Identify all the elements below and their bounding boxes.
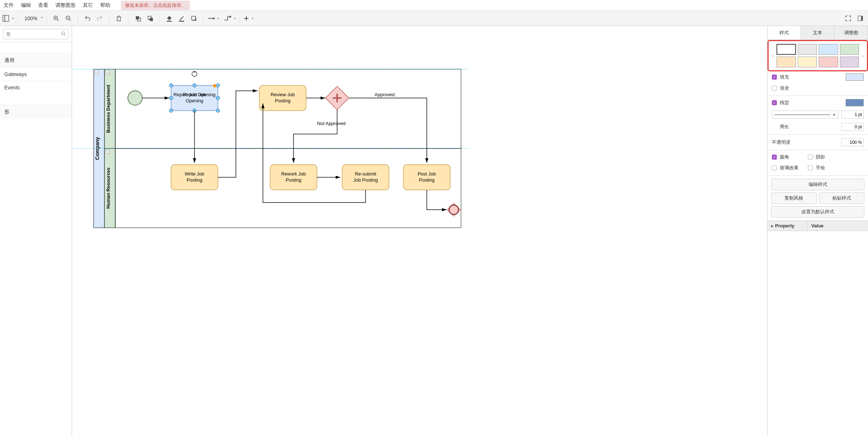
- zoom-in-button[interactable]: [50, 13, 62, 24]
- opacity-label: 不透明度: [772, 139, 838, 146]
- redo-button[interactable]: [94, 13, 106, 24]
- menu-extras[interactable]: 其它: [83, 2, 93, 9]
- svg-rect-9: [117, 17, 120, 21]
- svg-point-24: [62, 32, 64, 35]
- task-resubmit-job-posting[interactable]: Re-submit Job Posting: [342, 165, 389, 190]
- format-panel-button[interactable]: [855, 13, 866, 24]
- rotate-handle-icon[interactable]: [192, 71, 197, 76]
- perimeter-input[interactable]: [841, 123, 864, 131]
- paste-style-button[interactable]: 粘贴样式: [819, 192, 865, 204]
- search-icon[interactable]: [61, 31, 66, 37]
- zoom-out-button[interactable]: [63, 13, 74, 24]
- line-checkbox[interactable]: ✓: [772, 100, 777, 105]
- toolbar: 100%: [0, 11, 868, 26]
- view-mode-dropdown[interactable]: [2, 14, 14, 22]
- rounded-checkbox[interactable]: ✓: [772, 155, 777, 160]
- waypoint-dropdown[interactable]: [224, 15, 236, 22]
- copy-style-button[interactable]: 复制风格: [771, 192, 817, 204]
- menu-file[interactable]: 文件: [4, 2, 14, 9]
- line-color-well[interactable]: [846, 99, 864, 106]
- svg-point-46: [216, 84, 220, 87]
- shape-search-input[interactable]: [3, 29, 69, 39]
- to-front-button[interactable]: [132, 13, 144, 24]
- triangle-icon[interactable]: ▶: [771, 224, 774, 228]
- shadow-button[interactable]: [188, 13, 200, 24]
- preset-swatch-6[interactable]: [819, 57, 838, 67]
- gateway-approval[interactable]: [325, 86, 349, 110]
- svg-line-7: [69, 19, 71, 21]
- shapes-sidebar: 通用 Gateways Events 形: [0, 26, 72, 436]
- task-rework-job-posting[interactable]: Rework Job Posting: [270, 165, 317, 190]
- preset-swatch-2[interactable]: [819, 44, 838, 55]
- set-default-style-button[interactable]: 设置为默认样式: [771, 206, 864, 218]
- task-write-job-posting[interactable]: Write Job Posting: [171, 165, 218, 190]
- svg-text:Company: Company: [94, 137, 100, 160]
- preset-swatch-3[interactable]: [840, 44, 859, 55]
- menu-view[interactable]: 查看: [38, 2, 48, 9]
- tab-text[interactable]: 文本: [801, 26, 835, 40]
- section-gateways[interactable]: Gateways: [0, 68, 72, 81]
- format-panel: 样式 文本 调整图 ‹ › ✓ 填充 渐变 ✓ 线型: [767, 26, 868, 436]
- section-shapes[interactable]: 形: [0, 105, 72, 119]
- svg-rect-23: [861, 16, 863, 21]
- fill-color-button[interactable]: [164, 13, 175, 24]
- svg-rect-22: [858, 16, 861, 21]
- menu-help[interactable]: 帮助: [100, 2, 110, 9]
- menu-arrange[interactable]: 调整图形: [55, 2, 76, 9]
- gradient-checkbox[interactable]: [772, 86, 777, 91]
- presets-next-icon[interactable]: ›: [860, 53, 865, 59]
- line-label: 线型: [780, 99, 843, 106]
- section-events[interactable]: Events: [0, 81, 72, 94]
- col-property: Property: [775, 223, 794, 228]
- perimeter-label: 周长: [772, 124, 838, 130]
- connection-dropdown[interactable]: [207, 16, 219, 21]
- fullscreen-button[interactable]: [842, 13, 854, 24]
- svg-rect-18: [192, 16, 196, 20]
- fill-checkbox[interactable]: ✓: [772, 75, 777, 80]
- zoom-level[interactable]: 100%: [22, 15, 43, 21]
- sketch-checkbox[interactable]: [808, 165, 813, 170]
- glass-checkbox[interactable]: [772, 165, 777, 170]
- gradient-label: 渐变: [780, 85, 864, 92]
- rounded-label: 圆角: [780, 154, 805, 160]
- svg-rect-15: [149, 18, 153, 21]
- svg-text:Posting: Posting: [419, 177, 434, 183]
- tab-style[interactable]: 样式: [768, 26, 801, 40]
- preset-swatch-4[interactable]: [777, 57, 796, 67]
- svg-point-44: [169, 84, 173, 87]
- edit-style-button[interactable]: 编辑样式: [771, 179, 864, 190]
- to-back-button[interactable]: [144, 13, 156, 24]
- menu-edit[interactable]: 编辑: [21, 2, 31, 9]
- end-event[interactable]: [447, 203, 461, 217]
- svg-point-51: [216, 109, 220, 112]
- delete-button[interactable]: [113, 13, 125, 24]
- shadow-checkbox[interactable]: [808, 155, 813, 160]
- preset-swatch-7[interactable]: [840, 57, 859, 67]
- svg-line-25: [64, 34, 66, 36]
- preset-swatch-0[interactable]: [777, 44, 796, 55]
- svg-text:Report Job: Report Job: [183, 92, 206, 97]
- start-event[interactable]: [128, 91, 142, 105]
- line-color-button[interactable]: [176, 13, 187, 24]
- svg-text:Posting: Posting: [286, 177, 301, 183]
- opacity-input[interactable]: [841, 138, 864, 146]
- presets-prev-icon[interactable]: ‹: [770, 53, 776, 59]
- task-report-job-opening[interactable]: Report Job Opening Report Job Opening: [169, 71, 220, 112]
- canvas[interactable]: Company Business Department Human Resour…: [72, 26, 767, 436]
- fill-color-well[interactable]: [846, 74, 864, 81]
- preset-swatch-1[interactable]: [798, 44, 817, 55]
- task-review-job-posting[interactable]: Review Job Posting: [259, 85, 306, 111]
- line-width-input[interactable]: [841, 111, 864, 119]
- sketch-label: 手绘: [816, 165, 864, 171]
- preset-swatch-5[interactable]: [798, 57, 817, 67]
- undo-button[interactable]: [82, 13, 93, 24]
- svg-rect-17: [179, 21, 184, 21]
- svg-point-45: [193, 84, 196, 87]
- section-general[interactable]: 通用: [0, 54, 72, 67]
- tab-arrange[interactable]: 调整图: [835, 26, 868, 40]
- insert-dropdown[interactable]: [243, 15, 254, 21]
- svg-text:Approved: Approved: [375, 92, 395, 97]
- task-post-job-posting[interactable]: Post Job Posting: [403, 165, 450, 190]
- unsaved-notice[interactable]: 修改未保存。点击此处保存。: [121, 1, 190, 10]
- line-style-select[interactable]: ▼: [772, 111, 838, 119]
